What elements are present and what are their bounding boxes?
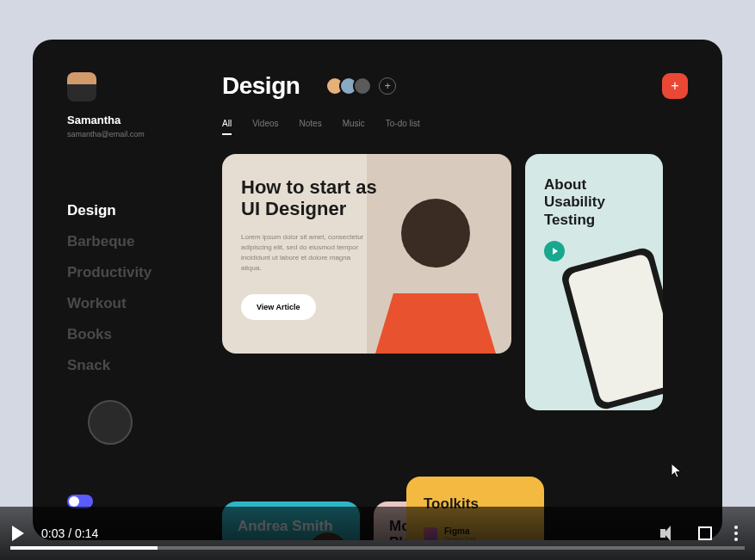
- view-article-button[interactable]: View Article: [241, 294, 316, 320]
- add-button[interactable]: +: [662, 73, 688, 99]
- decor-circle: [88, 400, 133, 445]
- fullscreen-icon[interactable]: [698, 526, 712, 540]
- card-usability-testing[interactable]: About Usability Testing: [525, 154, 663, 410]
- tabs: All Videos Notes Music To-do list: [222, 119, 688, 135]
- person-illustration: [375, 199, 496, 354]
- page-title: Design: [222, 72, 300, 100]
- video-player-controls: 0:03 / 0:14: [0, 507, 755, 560]
- progress-fill: [10, 546, 158, 550]
- collaborator-avatar[interactable]: [353, 77, 372, 95]
- add-collaborator-button[interactable]: +: [379, 77, 396, 95]
- main-header: Design + +: [222, 72, 688, 100]
- sidebar-item-snack[interactable]: Snack: [67, 357, 222, 374]
- phone-illustration: [560, 246, 663, 410]
- play-icon[interactable]: [544, 241, 565, 262]
- sidebar-item-barbeque[interactable]: Barbeque: [67, 233, 222, 250]
- card-title: How to start as UI Designer: [241, 176, 387, 220]
- playback-time: 0:03 / 0:14: [41, 526, 98, 540]
- play-icon[interactable]: [12, 526, 24, 541]
- sidebar: Samantha samantha@email.com Design Barbe…: [67, 72, 222, 540]
- card-hero-article[interactable]: How to start as UI Designer Lorem ipsum …: [222, 154, 511, 354]
- sidebar-nav: Design Barbeque Productivity Workout Boo…: [67, 202, 222, 374]
- collaborators: +: [325, 77, 396, 95]
- card-title: About Usability Testing: [544, 176, 644, 229]
- avatar[interactable]: [67, 72, 96, 102]
- sidebar-item-books[interactable]: Books: [67, 326, 222, 343]
- progress-bar[interactable]: [10, 546, 745, 550]
- content-grid: How to start as UI Designer Lorem ipsum …: [222, 154, 688, 488]
- tab-videos[interactable]: Videos: [252, 119, 278, 135]
- user-name: Samantha: [67, 114, 222, 126]
- card-desc: Lorem ipsum dolor sit amet, consectetur …: [241, 232, 370, 274]
- main: Design + + All Videos Notes Music To-do …: [222, 72, 688, 540]
- tab-all[interactable]: All: [222, 119, 232, 135]
- sidebar-item-workout[interactable]: Workout: [67, 295, 222, 312]
- tab-music[interactable]: Music: [343, 119, 365, 135]
- sidebar-item-productivity[interactable]: Productivity: [67, 264, 222, 281]
- more-icon[interactable]: [734, 526, 738, 541]
- current-time: 0:03: [41, 526, 65, 540]
- volume-icon[interactable]: [660, 526, 676, 541]
- sidebar-item-design[interactable]: Design: [67, 202, 222, 219]
- app-window: Samantha samantha@email.com Design Barbe…: [33, 40, 722, 540]
- tab-todo[interactable]: To-do list: [386, 119, 420, 135]
- user-email: samantha@email.com: [67, 130, 222, 138]
- tab-notes[interactable]: Notes: [300, 119, 322, 135]
- duration: 0:14: [75, 526, 98, 540]
